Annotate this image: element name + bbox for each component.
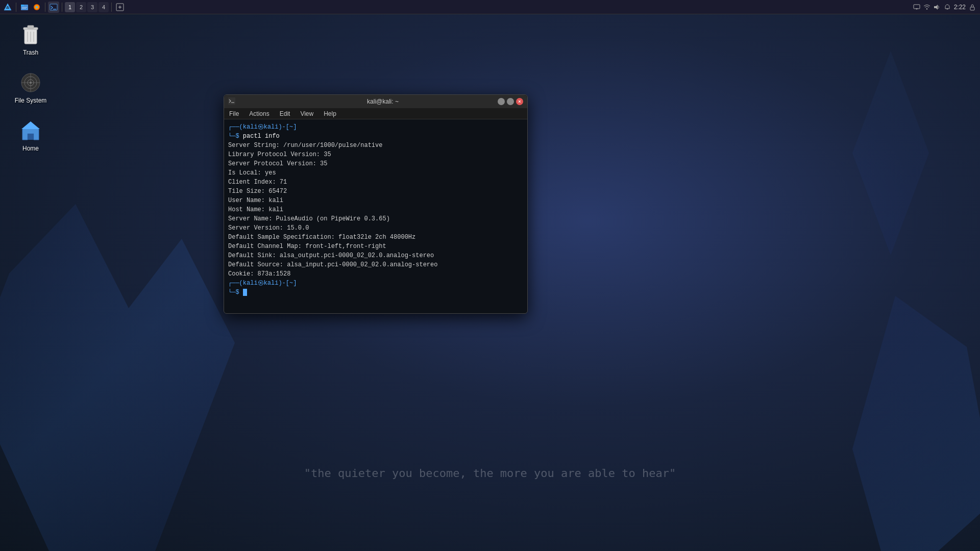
- network-icon[interactable]: [923, 4, 930, 11]
- home-icon-image: [18, 118, 43, 143]
- terminal-line-15: Default Sink: alsa_output.pci-0000_02_02…: [228, 251, 523, 260]
- terminal-line-1: ┌──(kali㉿kali)-[~]: [228, 122, 523, 132]
- trash-icon-desktop[interactable]: Trash: [10, 20, 51, 58]
- terminal-line-14: Default Channel Map: front-left,front-ri…: [228, 242, 523, 251]
- svg-marker-19: [934, 5, 938, 10]
- terminal-line-11: Server Name: PulseAudio (on PipeWire 0.3…: [228, 214, 523, 223]
- terminal-line-13: Default Sample Specification: float32le …: [228, 233, 523, 242]
- terminal-title: kali@kali: ~: [367, 98, 399, 105]
- workspace-3-button[interactable]: 3: [87, 2, 97, 12]
- terminal-line-17: Cookie: 873a:1528: [228, 269, 523, 279]
- filesystem-icon-desktop[interactable]: File System: [10, 68, 51, 106]
- workspace-1-button[interactable]: 1: [65, 2, 75, 12]
- svg-rect-25: [28, 26, 34, 29]
- taskbar-separator-4: [111, 3, 112, 12]
- svg-rect-15: [914, 5, 920, 9]
- terminal-line-19: └─$: [228, 288, 523, 297]
- terminal-titlebar: kali@kali: ~ ×: [224, 95, 527, 108]
- svg-point-18: [926, 8, 927, 9]
- workspace-4-button[interactable]: 4: [99, 2, 109, 12]
- svg-rect-22: [970, 7, 974, 10]
- terminal-line-16: Default Source: alsa_input.pci-0000_02_0…: [228, 260, 523, 269]
- terminal-menu-actions[interactable]: Actions: [247, 110, 271, 117]
- svg-rect-4: [21, 5, 24, 6]
- taskbar-separator-3: [62, 3, 62, 12]
- terminal-line-10: Host Name: kali: [228, 205, 523, 214]
- taskbar-separator-1: [16, 3, 16, 12]
- terminal-menu-edit[interactable]: Edit: [278, 110, 292, 117]
- terminal-taskbar-icon[interactable]: [48, 2, 59, 13]
- svg-marker-37: [21, 121, 40, 129]
- svg-rect-5: [22, 7, 27, 8]
- workspace-buttons: 1 2 3 4: [65, 2, 109, 12]
- terminal-line-9: User Name: kali: [228, 196, 523, 205]
- terminal-menubar: File Actions Edit View Help: [224, 108, 527, 119]
- terminal-line-2: └─$ pactl info: [228, 132, 523, 141]
- terminal-window-controls: ×: [498, 98, 523, 105]
- filesystem-icon-image: [18, 70, 43, 95]
- taskbar-separator-2: [45, 3, 45, 12]
- terminal-line-6: Is Local: yes: [228, 168, 523, 178]
- kali-menu-icon[interactable]: [2, 2, 13, 13]
- trash-label: Trash: [23, 49, 38, 56]
- terminal-menu-view[interactable]: View: [298, 110, 315, 117]
- clock[interactable]: 2:22: [954, 4, 966, 11]
- display-icon[interactable]: [913, 4, 920, 11]
- lock-icon[interactable]: [969, 4, 976, 11]
- svg-rect-36: [28, 134, 34, 140]
- svg-rect-6: [22, 8, 26, 9]
- taskbar-left: 1 2 3 4: [0, 2, 128, 13]
- terminal-menu-help[interactable]: Help: [322, 110, 338, 117]
- terminal-line-5: Server Protocol Version: 35: [228, 159, 523, 168]
- workspace-2-button[interactable]: 2: [76, 2, 86, 12]
- svg-rect-1: [6, 8, 9, 9]
- terminal-line-8: Tile Size: 65472: [228, 187, 523, 196]
- terminal-close-button[interactable]: ×: [516, 98, 523, 105]
- terminal-minimize-button[interactable]: [498, 98, 505, 105]
- volume-icon[interactable]: [934, 4, 941, 11]
- svg-point-9: [36, 6, 38, 8]
- file-manager-icon[interactable]: [19, 2, 30, 13]
- terminal-line-18: ┌──(kali㉿kali)-[~]: [228, 279, 523, 288]
- firefox-icon[interactable]: [31, 2, 42, 13]
- svg-rect-38: [228, 97, 235, 105]
- home-label: Home: [22, 145, 39, 152]
- svg-rect-2: [7, 6, 9, 7]
- taskbar-right: 2:22: [909, 4, 980, 11]
- terminal-line-7: Client Index: 71: [228, 178, 523, 187]
- extra-icon[interactable]: [114, 2, 126, 13]
- terminal-maximize-button[interactable]: [507, 98, 514, 105]
- notifications-icon[interactable]: [944, 4, 951, 11]
- filesystem-label: File System: [15, 97, 47, 104]
- terminal-menu-file[interactable]: File: [227, 110, 241, 117]
- terminal-window-icon: [228, 97, 235, 107]
- terminal-cursor: [243, 289, 247, 296]
- terminal-window: kali@kali: ~ × File Actions Edit View He…: [224, 94, 528, 314]
- terminal-body[interactable]: ┌──(kali㉿kali)-[~] └─$ pactl info Server…: [224, 119, 527, 313]
- taskbar: 1 2 3 4: [0, 0, 980, 14]
- trash-icon-image: [18, 22, 43, 47]
- home-icon-desktop[interactable]: Home: [10, 116, 51, 154]
- terminal-line-12: Server Version: 15.0.0: [228, 223, 523, 233]
- terminal-line-4: Library Protocol Version: 35: [228, 150, 523, 159]
- terminal-line-3: Server String: /run/user/1000/pulse/nati…: [228, 141, 523, 150]
- desktop-icons: Trash File System Home: [10, 20, 51, 154]
